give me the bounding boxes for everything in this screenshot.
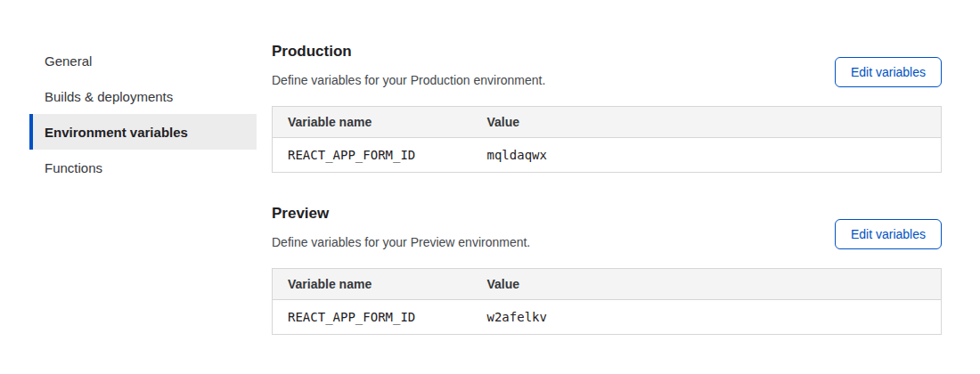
production-section-description: Define variables for your Production env…	[272, 73, 545, 87]
preview-section-header-text: Preview Define variables for your Previe…	[272, 205, 530, 249]
table-row: REACT_APP_FORM_ID w2afelkv	[273, 300, 942, 335]
sidebar-item-general[interactable]: General	[29, 43, 257, 78]
value-column-header: Value	[472, 107, 942, 138]
edit-variables-button-preview[interactable]: Edit variables	[835, 219, 942, 249]
sidebar-item-label: Functions	[45, 160, 102, 175]
settings-sidebar: General Builds & deployments Environment…	[29, 0, 257, 185]
variable-value-cell: mqldaqwx	[472, 138, 942, 173]
preview-section-title: Preview	[272, 205, 530, 223]
variable-name-column-header: Variable name	[273, 107, 472, 138]
preview-section-header: Preview Define variables for your Previe…	[272, 205, 942, 249]
value-column-header: Value	[472, 269, 942, 300]
sidebar-item-label: Environment variables	[45, 125, 188, 140]
variable-name-column-header: Variable name	[273, 269, 472, 300]
table-header-row: Variable name Value	[273, 107, 942, 138]
table-header-row: Variable name Value	[273, 269, 942, 300]
sidebar-item-label: Builds & deployments	[45, 89, 173, 104]
preview-section: Preview Define variables for your Previe…	[272, 205, 942, 335]
production-section-header-text: Production Define variables for your Pro…	[272, 43, 545, 87]
settings-page: General Builds & deployments Environment…	[0, 0, 980, 335]
edit-variables-button-production[interactable]: Edit variables	[835, 57, 942, 87]
production-section-title: Production	[272, 43, 545, 61]
variable-name-cell: REACT_APP_FORM_ID	[273, 138, 472, 173]
environment-variables-panel: Production Define variables for your Pro…	[272, 0, 942, 335]
preview-section-description: Define variables for your Preview enviro…	[272, 235, 530, 249]
production-variables-table: Variable name Value REACT_APP_FORM_ID mq…	[272, 106, 942, 173]
table-row: REACT_APP_FORM_ID mqldaqwx	[273, 138, 942, 173]
sidebar-item-builds-deployments[interactable]: Builds & deployments	[29, 78, 257, 114]
variable-value-cell: w2afelkv	[472, 300, 942, 335]
sidebar-item-functions[interactable]: Functions	[29, 150, 257, 185]
variable-name-cell: REACT_APP_FORM_ID	[273, 300, 472, 335]
production-section-header: Production Define variables for your Pro…	[272, 43, 942, 87]
sidebar-item-label: General	[45, 53, 92, 69]
preview-variables-table: Variable name Value REACT_APP_FORM_ID w2…	[272, 268, 942, 335]
sidebar-item-environment-variables[interactable]: Environment variables	[29, 114, 257, 150]
production-section: Production Define variables for your Pro…	[272, 43, 942, 173]
